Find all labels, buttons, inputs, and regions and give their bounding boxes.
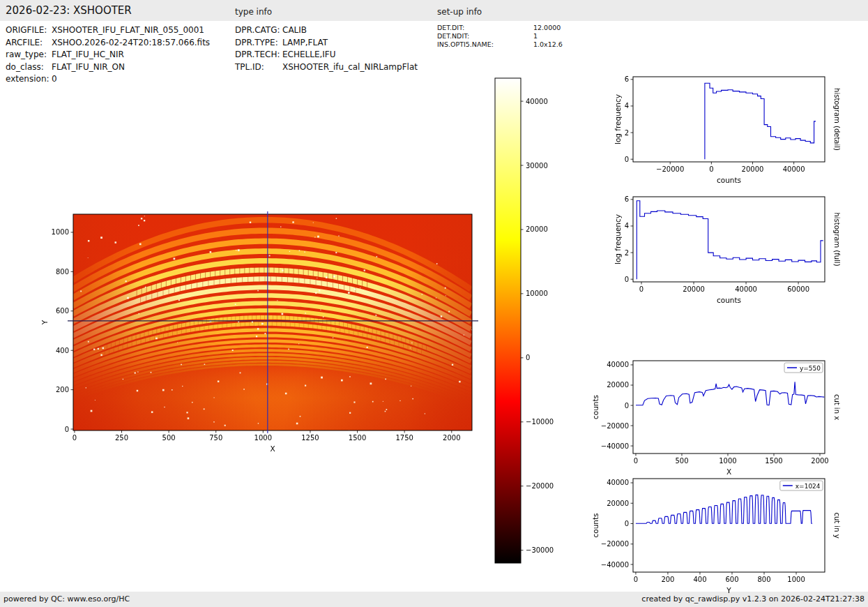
- y-tick-label: 0: [625, 156, 629, 163]
- x-tick-label: 20000: [742, 165, 764, 173]
- y-tick-label: 0: [65, 426, 69, 433]
- colorbar-tick-label: 10000: [526, 290, 548, 297]
- colorbar-tick-label: −20000: [526, 482, 554, 490]
- field-label: ORIGFILE:: [6, 24, 52, 37]
- colorbar-tick-label: −10000: [526, 418, 554, 426]
- file-info-row: ARCFILE:XSHOO.2026-02-24T20:18:57.066.fi…: [6, 37, 210, 50]
- y-tick-label: 20000: [607, 500, 629, 507]
- y-tick-label: −20000: [601, 422, 629, 430]
- x-axis-label: counts: [717, 176, 741, 184]
- type-info-row: DPR.TYPE:LAMP,FLAT: [235, 37, 418, 50]
- field-label: DPR.CATG:: [235, 24, 282, 37]
- field-value: XSHOOTER_ifu_cal_NIRLampFlat: [282, 61, 418, 74]
- y-tick-label: 200: [56, 386, 69, 394]
- legend-label: x=1024: [795, 483, 821, 490]
- y-axis-label: log frequency: [614, 214, 622, 264]
- y-tick-label: 2: [625, 249, 629, 257]
- series-line: [637, 201, 823, 280]
- y-tick-label: 6: [625, 75, 629, 83]
- colorbar-tick-label: 20000: [526, 225, 548, 233]
- x-tick-label: 0: [709, 165, 713, 173]
- series-line: [636, 495, 812, 523]
- y-tick-label: −40000: [601, 561, 629, 569]
- y-tick-label: 0: [625, 276, 629, 283]
- qc-report-page: 2026-02-23: XSHOOTER type info set-up in…: [0, 0, 868, 607]
- y-axis-label: Y: [40, 320, 49, 325]
- x-tick-label: 0: [639, 285, 644, 293]
- y-tick-label: 4: [625, 222, 629, 230]
- x-tick-label: 800: [757, 576, 770, 583]
- field-label: DPR.TECH:: [235, 49, 282, 61]
- right-axis-label: histogram (full): [833, 212, 841, 266]
- field-value: CALIB: [282, 24, 307, 37]
- x-tick-label: 20000: [683, 285, 705, 293]
- x-tick-label: 1500: [765, 457, 782, 465]
- colorbar-tick-label: 30000: [526, 162, 548, 170]
- x-tick-label: 600: [725, 576, 738, 583]
- x-axis-label: counts: [717, 296, 741, 304]
- x-tick-label: 2000: [443, 434, 460, 442]
- type-info-block: DPR.CATG:CALIB DPR.TYPE:LAMP,FLAT DPR.TE…: [235, 24, 418, 73]
- x-tick-label: 1000: [254, 434, 272, 442]
- x-tick-label: 0: [73, 434, 77, 442]
- y-tick-label: 40000: [607, 361, 629, 368]
- type-info-row: TPL.ID:XSHOOTER_ifu_cal_NIRLampFlat: [235, 61, 418, 74]
- field-value: XSHOOTER_IFU_FLAT_NIR_055_0001: [52, 24, 204, 37]
- footer-created-by: created by qc_rawdisp.py v1.2.3 on 2026-…: [641, 592, 865, 607]
- header-bar: 2026-02-23: XSHOOTER type info set-up in…: [0, 0, 868, 21]
- field-label: INS.OPTI5.NAME:: [437, 40, 533, 49]
- x-tick-label: 0: [634, 457, 638, 465]
- setup-info-row: INS.OPTI5.NAME:1.0x12.6: [437, 40, 563, 49]
- field-label: do_class:: [6, 61, 52, 74]
- plot-frame: [633, 197, 825, 282]
- field-value: 12.0000: [533, 24, 561, 32]
- cut-in-x-panel: [596, 354, 844, 480]
- x-tick-label: 40000: [735, 285, 757, 293]
- field-value: ECHELLE,IFU: [282, 49, 336, 61]
- field-value: 1: [533, 32, 538, 40]
- field-label: DET.DIT:: [437, 24, 533, 32]
- file-info-block: ORIGFILE:XSHOOTER_IFU_FLAT_NIR_055_0001 …: [6, 24, 210, 86]
- x-tick-label: 40000: [783, 165, 805, 173]
- plot-frame: [633, 77, 825, 162]
- x-tick-label: 750: [209, 434, 222, 442]
- field-label: raw_type:: [6, 49, 52, 61]
- x-tick-label: 500: [675, 457, 688, 465]
- colorbar-gradient: [495, 78, 521, 563]
- y-tick-label: 0: [625, 402, 629, 410]
- legend: [784, 363, 823, 373]
- y-tick-label: 800: [56, 268, 69, 276]
- raw-image-canvas: [73, 214, 472, 430]
- setup-info-block: DET.DIT:12.0000 DET.NDIT:1 INS.OPTI5.NAM…: [437, 24, 563, 49]
- x-tick-label: 1250: [301, 434, 319, 442]
- y-tick-label: 400: [56, 347, 69, 354]
- field-label: DPR.TYPE:: [235, 37, 282, 50]
- colorbar-tick-label: 0: [526, 354, 530, 361]
- page-title: 2026-02-23: XSHOOTER: [6, 4, 132, 17]
- y-tick-label: 6: [625, 195, 629, 203]
- field-label: ARCFILE:: [6, 37, 52, 50]
- field-label: DET.NDIT:: [437, 32, 533, 40]
- field-value: FLAT_IFU_NIR_ON: [52, 61, 125, 74]
- right-axis-label: cut in x: [833, 394, 841, 420]
- colorbar-tick-label: −30000: [526, 546, 554, 554]
- colorbar-tick-label: 40000: [526, 98, 548, 105]
- y-tick-label: 40000: [607, 479, 629, 486]
- y-axis-label: counts: [591, 395, 600, 419]
- y-tick-label: 2: [625, 129, 629, 137]
- series-line: [705, 83, 816, 159]
- x-tick-label: 250: [115, 434, 128, 442]
- x-tick-label: 2000: [811, 457, 828, 465]
- field-label: extension:: [6, 73, 52, 86]
- x-tick-label: 200: [661, 576, 674, 583]
- y-tick-label: 1000: [52, 228, 69, 236]
- type-info-row: DPR.TECH:ECHELLE,IFU: [235, 49, 418, 61]
- x-axis-label: X: [726, 467, 731, 476]
- footer-powered-by: powered by QC: www.eso.org/HC: [3, 592, 130, 607]
- series-line: [636, 382, 824, 405]
- plot-frame: [633, 361, 825, 454]
- histogram-detail-panel: [603, 70, 844, 192]
- x-tick-label: 60000: [787, 285, 809, 293]
- type-info-row: DPR.CATG:CALIB: [235, 24, 418, 37]
- field-value: 0: [52, 73, 57, 86]
